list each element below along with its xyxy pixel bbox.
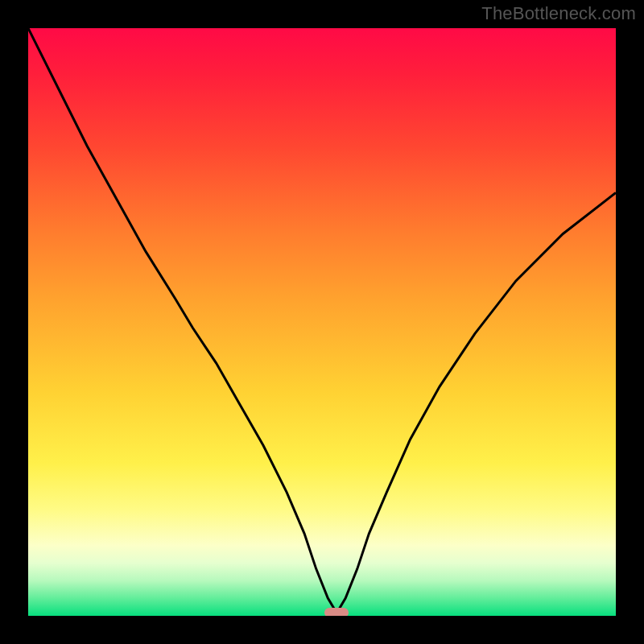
curve-path	[28, 28, 616, 613]
plot-area	[28, 28, 616, 616]
bottleneck-curve	[28, 28, 616, 616]
optimal-point-marker	[324, 608, 349, 616]
watermark-text: TheBottleneck.com	[481, 3, 636, 24]
chart-stage: TheBottleneck.com	[0, 0, 644, 644]
